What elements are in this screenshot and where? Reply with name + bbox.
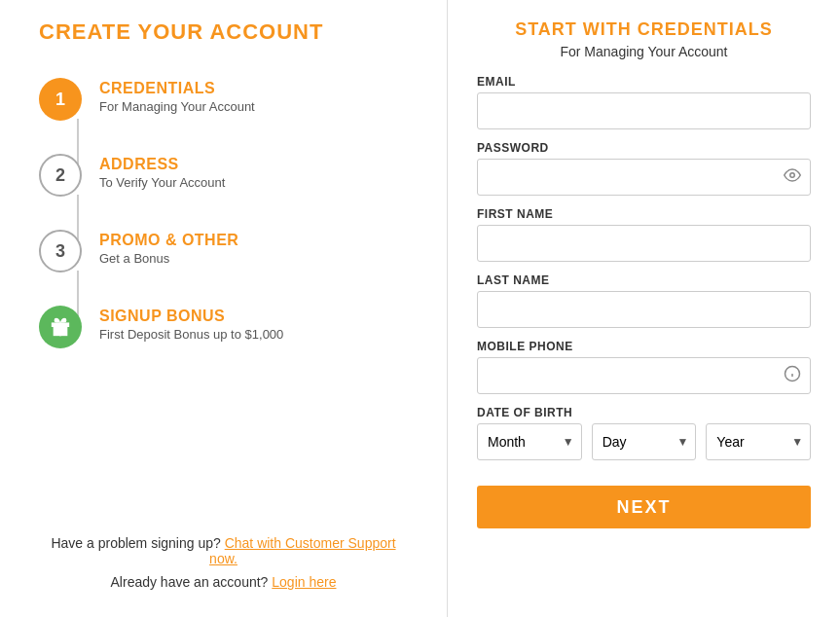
- password-label: PASSWORD: [477, 141, 811, 155]
- step-2-sub: To Verify Your Account: [99, 175, 225, 190]
- step-1-text: CREDENTIALS For Managing Your Account: [99, 74, 255, 114]
- bottom-links: Have a problem signing up? Chat with Cus…: [39, 516, 408, 598]
- lastname-group: LAST NAME: [477, 273, 811, 328]
- step-2-circle: 2: [39, 154, 82, 197]
- lastname-label: LAST NAME: [477, 273, 811, 287]
- svg-point-1: [790, 173, 795, 178]
- mobile-input-wrapper: [477, 357, 811, 394]
- firstname-label: FIRST NAME: [477, 207, 811, 221]
- month-select[interactable]: Month January February March April May J…: [477, 423, 582, 460]
- right-panel: START WITH CREDENTIALS For Managing Your…: [448, 0, 840, 617]
- email-input-wrapper: [477, 92, 811, 129]
- step-4-circle: [39, 306, 82, 348]
- step-3-item: 3 PROMO & OTHER Get a Bonus: [39, 226, 408, 302]
- step-3-sub: Get a Bonus: [99, 251, 238, 266]
- lastname-input-wrapper: [477, 291, 811, 328]
- next-button[interactable]: NEXT: [477, 486, 811, 528]
- email-group: EMAIL: [477, 75, 811, 129]
- mobile-input[interactable]: [477, 357, 811, 394]
- mobile-label: MOBILE PHONE: [477, 340, 811, 353]
- month-wrapper: Month January February March April May J…: [477, 423, 582, 460]
- step-1-circle: 1: [39, 78, 82, 121]
- step-3-label: PROMO & OTHER: [99, 232, 238, 249]
- login-link[interactable]: Login here: [272, 574, 336, 590]
- lastname-input[interactable]: [477, 291, 811, 328]
- left-panel: CREATE YOUR ACCOUNT 1 CREDENTIALS For Ma…: [0, 0, 448, 617]
- step-1-sub: For Managing Your Account: [99, 99, 255, 114]
- step-3-circle: 3: [39, 230, 82, 272]
- password-input[interactable]: [477, 159, 811, 196]
- step-4-sub: First Deposit Bonus up to $1,000: [99, 327, 283, 342]
- step-4-text: SIGNUP BONUS First Deposit Bonus up to $…: [99, 302, 283, 342]
- dob-label: DATE OF BIRTH: [477, 406, 811, 419]
- right-panel-subtitle: For Managing Your Account: [477, 44, 811, 59]
- email-input[interactable]: [477, 92, 811, 129]
- gift-icon: [50, 316, 71, 338]
- password-input-wrapper: [477, 159, 811, 196]
- step-2-item: 2 ADDRESS To Verify Your Account: [39, 150, 408, 226]
- step-4-item: SIGNUP BONUS First Deposit Bonus up to $…: [39, 302, 408, 348]
- step-1-item: 1 CREDENTIALS For Managing Your Account: [39, 74, 408, 150]
- password-group: PASSWORD: [477, 141, 811, 196]
- dob-row: Month January February March April May J…: [477, 423, 811, 460]
- password-eye-icon[interactable]: [784, 166, 801, 188]
- day-wrapper: Day 12345 678910 1112131415 1617181920 2…: [592, 423, 697, 460]
- step-2-label: ADDRESS: [99, 156, 225, 173]
- firstname-group: FIRST NAME: [477, 207, 811, 262]
- step-2-text: ADDRESS To Verify Your Account: [99, 150, 225, 190]
- steps-container: 1 CREDENTIALS For Managing Your Account …: [39, 74, 408, 348]
- firstname-input-wrapper: [477, 225, 811, 262]
- login-text: Already have an account? Login here: [39, 574, 408, 590]
- email-label: EMAIL: [477, 75, 811, 89]
- mobile-group: MOBILE PHONE: [477, 340, 811, 394]
- year-wrapper: Year 2005200019951990 1985198019751970 1…: [706, 423, 811, 460]
- left-panel-title: CREATE YOUR ACCOUNT: [39, 19, 408, 45]
- day-select[interactable]: Day 12345 678910 1112131415 1617181920 2…: [592, 423, 697, 460]
- step-4-label: SIGNUP BONUS: [99, 308, 283, 325]
- dob-group: DATE OF BIRTH Month January February Mar…: [477, 406, 811, 460]
- right-panel-title: START WITH CREDENTIALS: [477, 19, 811, 40]
- step-1-label: CREDENTIALS: [99, 80, 255, 97]
- step-2-number: 2: [55, 165, 65, 186]
- firstname-input[interactable]: [477, 225, 811, 262]
- year-select[interactable]: Year 2005200019951990 1985198019751970 1…: [706, 423, 811, 460]
- step-1-number: 1: [55, 90, 65, 110]
- mobile-info-icon[interactable]: [784, 365, 801, 386]
- chat-link[interactable]: Chat with Customer Support now.: [209, 535, 395, 566]
- problem-text: Have a problem signing up? Chat with Cus…: [39, 535, 408, 566]
- step-3-text: PROMO & OTHER Get a Bonus: [99, 226, 238, 266]
- step-3-number: 3: [55, 241, 65, 262]
